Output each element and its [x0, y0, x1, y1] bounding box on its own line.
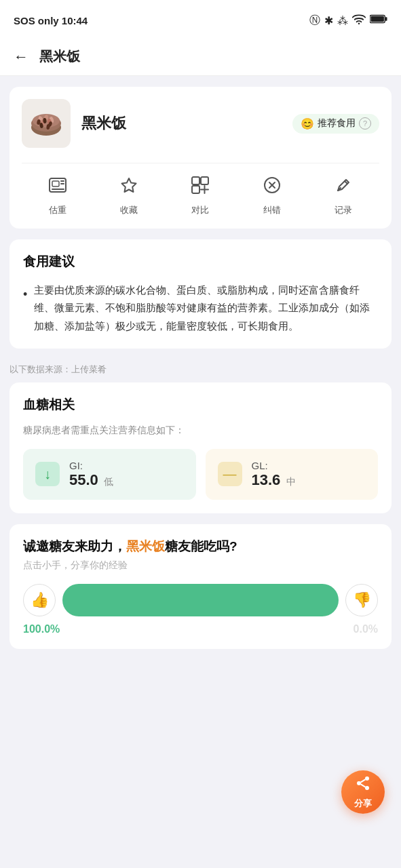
svg-point-0 — [358, 22, 360, 24]
action-compare[interactable]: 对比 — [191, 176, 210, 216]
gl-arrow-icon: — — [218, 462, 242, 486]
page-header: ← 黑米饭 — [0, 38, 401, 76]
svg-rect-22 — [192, 177, 199, 184]
compare-label: 对比 — [191, 204, 209, 216]
gi-info: GI: 55.0 低 — [69, 460, 113, 489]
vote-labels: 100.0% 0.0% — [23, 619, 378, 635]
correct-label: 纠错 — [263, 204, 281, 216]
correct-icon — [263, 176, 282, 199]
help-icon[interactable]: ? — [359, 117, 371, 130]
community-subtitle: 点击小手，分享你的经验 — [23, 559, 378, 572]
status-icons: Ⓝ ✱ ⁂ — [309, 14, 387, 28]
gi-level: 低 — [104, 476, 113, 487]
compare-icon — [191, 176, 210, 199]
gl-label: GL: — [252, 460, 296, 471]
vote-bar — [62, 584, 339, 616]
yes-percent: 100.0% — [23, 623, 60, 635]
svg-rect-23 — [201, 177, 208, 184]
action-row: 估重 收藏 对比 — [22, 163, 379, 216]
nfc-icon: Ⓝ — [309, 14, 320, 28]
gl-level: 中 — [286, 476, 296, 487]
signal-icon: ⁂ — [337, 14, 348, 27]
bullet-icon: • — [23, 284, 27, 306]
action-estimate[interactable]: 估重 — [48, 176, 67, 216]
battery-icon — [370, 14, 387, 26]
page-title: 黑米饭 — [39, 47, 80, 66]
record-icon — [334, 176, 353, 199]
gi-label: GI: — [69, 460, 113, 471]
community-card: 诚邀糖友来助力，黑米饭糖友能吃吗? 点击小手，分享你的经验 👍 👎 100.0%… — [9, 524, 392, 649]
status-bar: SOS only 10:44 Ⓝ ✱ ⁂ — [0, 0, 401, 38]
status-time: SOS only 10:44 — [14, 15, 88, 26]
action-record[interactable]: 记录 — [334, 176, 353, 216]
data-source-text: 以下数据来源：上传菜肴 — [9, 364, 107, 374]
gl-metric-box: — GL: 13.6 中 — [206, 449, 379, 500]
community-title-highlight: 黑米饭 — [126, 539, 165, 553]
collect-label: 收藏 — [120, 204, 138, 216]
food-image — [22, 99, 71, 148]
svg-rect-2 — [370, 16, 384, 22]
share-icon — [355, 775, 371, 795]
gi-value-row: 55.0 低 — [69, 471, 113, 489]
community-title-part1: 诚邀糖友来助力， — [23, 539, 126, 553]
gl-value-row: 13.6 中 — [252, 471, 296, 489]
back-button[interactable]: ← — [14, 48, 28, 66]
community-title: 诚邀糖友来助力，黑米饭糖友能吃吗? — [23, 538, 378, 555]
community-title-part2: 糖友能吃吗? — [165, 539, 237, 553]
no-percent: 0.0% — [354, 623, 378, 635]
food-card: 黑米饭 😊 推荐食用 ? 估重 — [9, 87, 392, 229]
svg-rect-3 — [385, 17, 387, 21]
record-label: 记录 — [335, 204, 352, 216]
action-collect[interactable]: 收藏 — [119, 176, 138, 216]
thumbs-up-button[interactable]: 👍 — [23, 584, 56, 616]
wifi-icon — [352, 14, 366, 27]
recommend-badge: 😊 推荐食用 ? — [292, 114, 379, 134]
gl-value: 13.6 — [252, 471, 281, 488]
share-label: 分享 — [354, 797, 372, 810]
recommend-emoji: 😊 — [301, 117, 314, 130]
blood-sugar-subtitle: 糖尿病患者需重点关注营养信息如下： — [23, 425, 378, 437]
gi-metric-box: ↓ GI: 55.0 低 — [23, 449, 196, 500]
svg-line-35 — [361, 779, 366, 782]
blood-sugar-card: 血糖相关 糖尿病患者需重点关注营养信息如下： ↓ GI: 55.0 低 — GL… — [9, 382, 392, 513]
svg-rect-24 — [192, 186, 199, 193]
gi-arrow-icon: ↓ — [35, 462, 60, 486]
share-fab[interactable]: 分享 — [341, 770, 385, 814]
svg-line-36 — [361, 784, 366, 787]
blood-metrics-row: ↓ GI: 55.0 低 — GL: 13.6 中 — [23, 449, 378, 500]
advice-content: • 主要由优质来源的碳水化合物、蛋白质、或脂肪构成，同时还富含膳食纤维、微量元素… — [23, 281, 378, 335]
blood-sugar-title: 血糖相关 — [23, 396, 378, 414]
advice-title: 食用建议 — [23, 253, 378, 271]
bluetooth-icon: ✱ — [324, 14, 333, 27]
estimate-label: 估重 — [49, 204, 66, 216]
svg-rect-18 — [52, 181, 59, 186]
thumbs-down-button[interactable]: 👎 — [345, 584, 378, 616]
collect-icon — [119, 176, 138, 199]
recommend-text: 推荐食用 — [318, 117, 356, 130]
food-name: 黑米饭 — [81, 113, 282, 134]
vote-row: 👍 👎 — [23, 584, 378, 616]
food-header: 黑米饭 😊 推荐食用 ? — [22, 99, 379, 148]
estimate-icon — [48, 176, 67, 199]
gl-info: GL: 13.6 中 — [252, 460, 296, 489]
data-source: 以下数据来源：上传菜肴 — [0, 359, 401, 382]
action-correct[interactable]: 纠错 — [263, 176, 282, 216]
advice-card: 食用建议 • 主要由优质来源的碳水化合物、蛋白质、或脂肪构成，同时还富含膳食纤维… — [9, 239, 392, 349]
gi-value: 55.0 — [69, 471, 98, 488]
advice-text: 主要由优质来源的碳水化合物、蛋白质、或脂肪构成，同时还富含膳食纤维、微量元素、不… — [34, 281, 378, 335]
